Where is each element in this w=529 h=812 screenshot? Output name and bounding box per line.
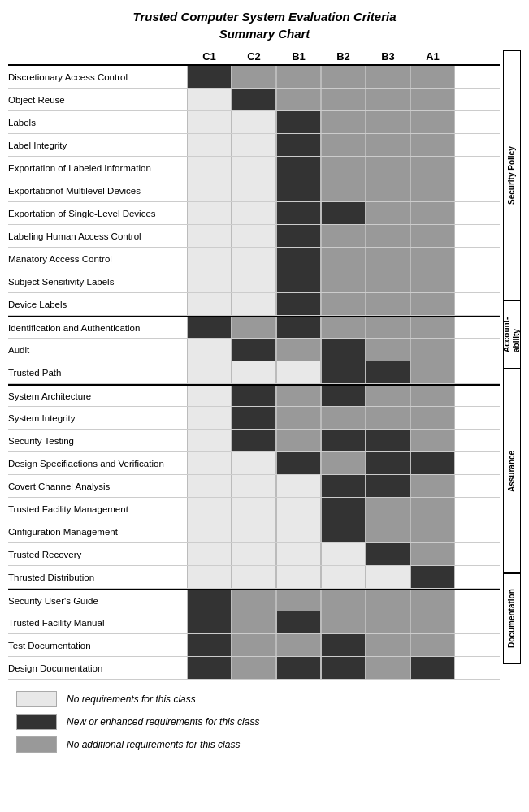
cell-b1-empty [276,498,321,520]
cell-b2-empty [321,566,366,588]
row-cells [187,248,500,270]
cell-b3-same [366,611,410,633]
cell-c2-empty [232,248,276,270]
table-row: Security Testing [8,430,500,452]
cell-b2-same [321,225,366,247]
cell-b3-same [366,339,410,361]
cell-b3-new [366,475,410,497]
cell-c1-new [187,66,232,88]
row-cells [187,407,500,429]
cell-b1-same [276,339,321,361]
cell-b3-same [366,89,410,110]
column-header-b1: B1 [276,50,321,63]
row-cells [187,293,500,315]
cell-b2-same [321,611,366,633]
column-header-b2: B2 [321,50,366,63]
cell-b3-same [366,520,410,542]
cell-a1-same [410,248,455,270]
row-label: Discretionary Access Control [8,72,187,82]
row-cells [187,361,500,383]
cell-b1-new [276,452,321,474]
table-row: Device Labels [8,293,500,316]
cell-a1-same [410,270,455,292]
cell-c2-empty [232,202,276,224]
row-cells [187,225,500,247]
cell-c1-empty [187,452,232,474]
cell-c2-new [232,386,276,406]
cell-c1-empty [187,498,232,520]
cell-b2-same [321,111,366,133]
cell-c1-new [187,611,232,633]
cell-b2-new [321,520,366,542]
cell-c2-empty [232,566,276,588]
table-row: Label Integrity [8,134,500,157]
cell-b2-empty [321,543,366,565]
sidebar-section-1: Account-ability [503,300,521,369]
cell-b3-same [366,134,410,156]
cell-c1-empty [187,430,232,451]
cell-a1-same [410,89,455,110]
cell-b1-empty [276,475,321,497]
cell-b2-same [321,89,366,110]
cell-a1-same [410,498,455,520]
row-cells [187,386,500,406]
cell-b2-new [321,657,366,679]
cell-b3-new [366,452,410,474]
table-row: Exportationof Multilevel Devices [8,179,500,202]
cell-c2-same [232,317,276,338]
row-label: Device Labels [8,300,187,309]
cell-b1-same [276,66,321,88]
table-row: Cinfiguration Management [8,520,500,543]
row-cells [187,270,500,292]
cell-a1-same [410,590,455,611]
row-label: Trusted Facility Management [8,504,187,514]
row-cells [187,339,500,361]
cell-c2-empty [232,179,276,201]
cell-c2-new [232,430,276,451]
page-title: Trusted Computer System Evaluation Crite… [8,8,521,42]
cell-b1-new [276,179,321,201]
cell-b2-same [321,66,366,88]
cell-b2-new [321,202,366,224]
cell-b1-new [276,134,321,156]
cell-c2-empty [232,134,276,156]
cell-c2-new [232,407,276,429]
cell-b3-empty [366,566,410,588]
cell-a1-same [410,202,455,224]
cell-b1-new [276,111,321,133]
column-header-a1: A1 [410,50,455,63]
cell-b3-new [366,361,410,383]
table-row: Identification and Authentication [8,316,500,339]
cell-b1-new [276,611,321,633]
row-label: Subject Sensitivity Labels [8,277,187,287]
cell-b2-new [321,339,366,361]
cell-c2-empty [232,498,276,520]
sidebar-section-3: Documentation [503,573,521,664]
cell-a1-same [410,430,455,451]
cell-b1-new [276,225,321,247]
row-cells [187,111,500,133]
cell-b3-same [366,657,410,679]
row-label: Cinfiguration Management [8,527,187,537]
cell-b3-new [366,543,410,565]
sidebar-section-0: Security Policy [503,50,521,300]
row-cells [187,66,500,88]
cell-b2-new [321,361,366,383]
cell-b1-new [276,657,321,679]
cell-c1-empty [187,157,232,179]
cell-c1-empty [187,225,232,247]
row-cells [187,634,500,656]
row-label: Design Specifiactions and Verification [8,459,187,469]
table-row: System Architecture [8,384,500,407]
cell-b2-same [321,317,366,338]
row-label: Labeling Human Access Control [8,231,187,241]
table-row: Test Documentation [8,634,500,657]
chart-wrapper: C1C2B1B2B3A1 Discretionary Access Contro… [8,50,521,680]
cell-b3-same [366,590,410,611]
cell-b3-same [366,202,410,224]
row-label: Exportation of Single-Level Devices [8,209,187,218]
cell-b3-same [366,248,410,270]
row-label: Manatory Access Control [8,254,187,264]
cell-c2-empty [232,225,276,247]
row-cells [187,590,500,611]
